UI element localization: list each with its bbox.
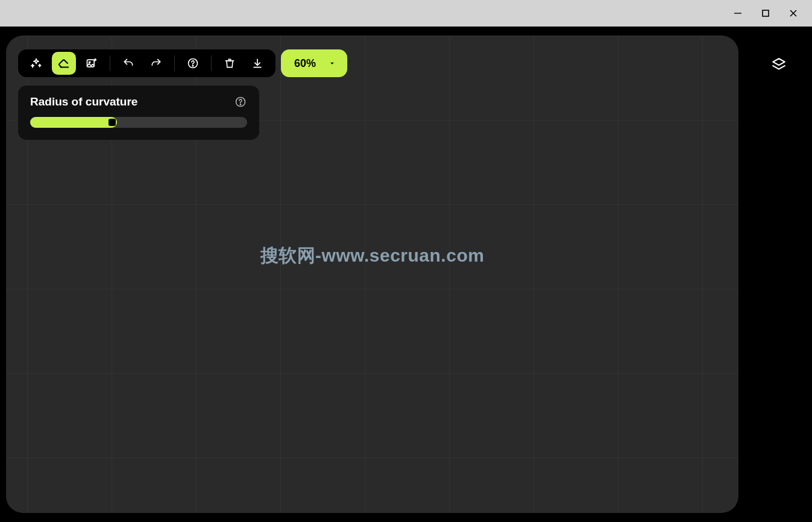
download-button[interactable] — [245, 52, 269, 75]
zoom-value: 60% — [294, 57, 316, 70]
delete-button[interactable] — [218, 52, 242, 75]
trash-icon — [224, 57, 236, 69]
toolbar-separator — [174, 55, 175, 71]
undo-button[interactable] — [116, 52, 140, 75]
window-close-button[interactable] — [779, 0, 807, 27]
help-circle-icon — [234, 96, 247, 108]
svg-point-5 — [89, 61, 90, 63]
sparkle-icon — [30, 57, 42, 69]
image-sparkle-icon — [86, 57, 98, 69]
undo-icon — [122, 57, 134, 69]
svg-point-7 — [192, 66, 193, 66]
canvas-watermark: 搜软网-www.secruan.com — [260, 244, 485, 268]
help-circle-icon — [187, 57, 199, 69]
close-icon — [789, 9, 798, 17]
slider-fill — [30, 117, 117, 128]
window-maximize-button[interactable] — [752, 0, 779, 27]
ai-enhance-button[interactable] — [24, 52, 48, 75]
redo-button[interactable] — [144, 52, 168, 75]
app-body: 60% Radius of curvature 搜软网-www.secruan.… — [0, 27, 812, 522]
zoom-dropdown[interactable]: 60% — [281, 49, 347, 77]
layers-button[interactable] — [769, 54, 789, 75]
minimize-icon — [734, 9, 742, 17]
toolbar-wrap: 60% — [18, 49, 347, 77]
panel-title: Radius of curvature — [30, 95, 137, 108]
svg-rect-1 — [763, 10, 769, 16]
svg-point-9 — [240, 104, 241, 105]
window-minimize-button[interactable] — [724, 0, 752, 27]
layers-icon — [771, 57, 787, 72]
radius-panel: Radius of curvature — [18, 86, 259, 140]
window-titlebar — [0, 0, 812, 27]
image-tool-button[interactable] — [80, 52, 104, 75]
panel-help-button[interactable] — [234, 95, 247, 108]
canvas-panel: 60% Radius of curvature 搜软网-www.secruan.… — [6, 36, 738, 513]
slider-thumb[interactable] — [109, 119, 116, 126]
radius-slider[interactable] — [30, 117, 247, 128]
maximize-icon — [762, 10, 769, 17]
eraser-icon — [57, 57, 71, 70]
main-toolbar — [18, 49, 275, 77]
toolbar-separator — [110, 55, 110, 71]
eraser-button[interactable] — [52, 52, 76, 75]
caret-down-icon — [328, 59, 336, 68]
toolbar-separator — [211, 55, 212, 71]
redo-icon — [150, 57, 162, 69]
download-icon — [251, 57, 263, 69]
panel-header: Radius of curvature — [30, 95, 247, 108]
help-button[interactable] — [181, 52, 205, 75]
